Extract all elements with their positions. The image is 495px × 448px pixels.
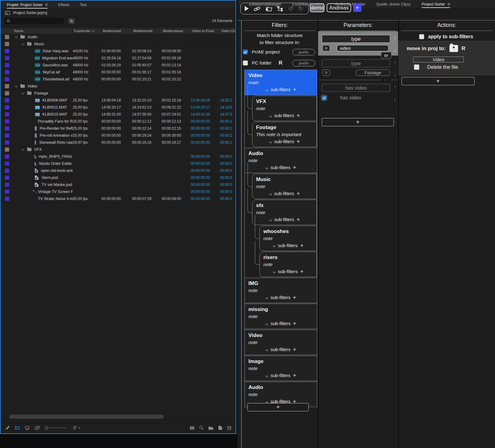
move-down-icon[interactable]: ↓ — [394, 72, 396, 77]
parameter-name-dropdown[interactable]: has video — [322, 84, 390, 92]
parameter-name-dropdown[interactable]: type — [322, 35, 390, 43]
column-header-label[interactable] — [1, 28, 13, 34]
move-up-icon[interactable]: ↑ — [394, 60, 396, 65]
move-down-icon[interactable]: ↓ — [394, 48, 396, 52]
move-up-icon[interactable]: ↑ — [394, 84, 396, 89]
name-cell[interactable]: open-old-book-anti — [13, 168, 73, 173]
label-color-swatch[interactable] — [5, 197, 9, 201]
parameter-value-input[interactable]: video — [337, 45, 389, 51]
subfilters-chevron-icon[interactable] — [266, 88, 269, 91]
subfilters-chevron-icon[interactable] — [266, 400, 269, 403]
name-cell[interactable]: Piccadilly Fans for R — [13, 119, 73, 124]
icon-view-icon[interactable] — [25, 426, 30, 430]
name-cell[interactable]: Video — [13, 84, 73, 88]
name-cell[interactable]: Solar Harp.wav — [13, 49, 73, 53]
table-row[interactable]: Thunderbeat.aif48000 Hz00:00:00:0000:02:… — [1, 76, 236, 83]
tab-sorter-4[interactable]: Project Sorter☰ — [422, 0, 450, 8]
edit-pencil-icon[interactable] — [6, 426, 10, 430]
label-color-swatch[interactable] — [5, 183, 9, 187]
label-color-swatch[interactable] — [5, 154, 9, 159]
run-sorter-icon[interactable] — [245, 6, 249, 11]
or-operator-badge[interactable]: or — [381, 52, 391, 58]
table-row[interactable]: Piccadilly Fans for R25,00 fps00:00:00:0… — [1, 118, 236, 125]
parameter-name-dropdown[interactable]: type — [322, 59, 390, 67]
label-color-swatch[interactable] — [5, 119, 9, 124]
name-cell[interactable]: mptv_RHPS_FINAL — [13, 154, 73, 159]
label-color-swatch[interactable] — [5, 56, 9, 60]
subfilters-chevron-icon[interactable] — [269, 114, 272, 117]
parameter-block-2[interactable]: has videohas video↑↓ — [318, 80, 398, 105]
pc-prefix-button[interactable]: prefix — [292, 60, 315, 66]
name-cell[interactable]: Stonewall Riots raw — [13, 140, 73, 145]
label-color-swatch[interactable] — [5, 190, 9, 194]
add-subfilter-button[interactable]: + — [296, 217, 300, 222]
filter-card-audio[interactable]: Audionotesub-filters+ — [245, 148, 317, 173]
label-color-swatch[interactable] — [5, 63, 9, 67]
parameter-block-1[interactable]: type=Footage↑↓ — [318, 55, 398, 80]
label-color-swatch[interactable] — [5, 147, 9, 152]
table-row[interactable]: Stonewall Riots raw29,97 fps00;00;00;000… — [1, 139, 236, 146]
filter-card-sfx[interactable]: sfxnotesub-filters+ — [252, 200, 317, 225]
table-row[interactable]: TV Stratic Noise 4.m30,00 fps00:00:00:00… — [1, 195, 236, 202]
add-preset-button[interactable]: + — [353, 4, 361, 12]
filter-card-whooshes[interactable]: whooshesnotesub-filters+ — [259, 226, 317, 251]
filter-card-image[interactable]: Imagenotesub-filters+ — [245, 356, 317, 381]
label-color-swatch[interactable] — [5, 49, 9, 53]
label-color-swatch[interactable] — [5, 35, 9, 39]
label-color-swatch[interactable] — [5, 70, 9, 74]
filter-card-video[interactable]: Videonotesub-filters+ — [245, 330, 317, 355]
label-color-swatch[interactable] — [5, 84, 9, 88]
collect-files-icon[interactable] — [266, 6, 272, 11]
column-header-medienstart[interactable]: Medienstart — [101, 28, 132, 34]
table-row[interactable]: SkyCar.aif48000 Hz00:00:00:0000:01:05:17… — [1, 69, 236, 76]
label-color-swatch[interactable] — [5, 168, 9, 173]
name-cell[interactable]: KLB0015.MXF — [13, 112, 73, 117]
redo-icon[interactable]: ↻ — [298, 6, 303, 12]
new-item-icon[interactable] — [218, 426, 222, 430]
table-row[interactable]: Pre-roll Animation v25,00 fps00:00:00:00… — [1, 132, 236, 139]
table-row[interactable]: Pre-Render for Refl25,00 fps00:00:00:000… — [1, 125, 236, 132]
name-cell[interactable]: Migration End.wav — [13, 56, 73, 60]
subfilters-chevron-icon[interactable] — [266, 322, 269, 325]
delete-icon[interactable] — [227, 426, 231, 430]
tab-sorter-3[interactable]: Quelle: (keine Clips) — [376, 0, 411, 8]
has-video-checkbox[interactable] — [322, 95, 327, 100]
search-input[interactable] — [5, 18, 64, 24]
name-cell[interactable]: Thunderbeat.aif — [13, 77, 73, 81]
add-filter-button[interactable]: + — [248, 403, 309, 411]
sort-menu-icon[interactable] — [73, 426, 81, 430]
table-row[interactable]: Migration End.wav48000 Hz02:25:54:1802:2… — [1, 55, 236, 62]
table-row[interactable]: TV set Maske.psd00:00:00:0000:00:0 — [1, 181, 236, 188]
column-header-medienende[interactable]: Medienende — [132, 28, 162, 34]
name-cell[interactable]: Pre-roll Animation v — [13, 133, 73, 138]
column-header-framerate[interactable]: Framerate — [73, 28, 101, 34]
table-row[interactable]: Video — [1, 83, 236, 90]
filter-card-vfx[interactable]: VFXnotesub-filters+ — [252, 96, 317, 121]
search-in-bin-button[interactable] — [68, 18, 75, 24]
add-subfilter-button[interactable]: + — [300, 243, 303, 248]
tab-project-1[interactable]: Effekte — [58, 1, 69, 9]
subfilters-chevron-icon[interactable] — [269, 192, 272, 195]
add-subfilter-button[interactable]: + — [293, 165, 296, 170]
subfilters-chevron-icon[interactable] — [266, 348, 269, 351]
name-cell[interactable]: SkyCar.aif — [13, 70, 73, 74]
name-cell[interactable]: VFX — [13, 147, 73, 152]
name-cell[interactable]: Footage — [13, 91, 73, 95]
label-color-swatch[interactable] — [5, 140, 9, 145]
zoom-slider[interactable] — [45, 426, 68, 430]
label-color-swatch[interactable] — [5, 42, 9, 46]
tree-structure-icon[interactable] — [277, 6, 283, 11]
subfilters-chevron-icon[interactable] — [269, 140, 272, 143]
table-row[interactable]: Footage — [1, 90, 236, 97]
label-color-swatch[interactable] — [5, 126, 9, 131]
horizontal-scrollbar[interactable] — [9, 415, 164, 419]
table-row[interactable]: Sausolitos.wav48000 Hz01:03:26:1901:05:4… — [1, 62, 236, 69]
delete-file-checkbox[interactable] — [414, 65, 419, 70]
preset-button-demo[interactable]: demo — [310, 3, 324, 12]
name-cell[interactable]: Mystic Order Eddie. — [13, 161, 73, 166]
label-color-swatch[interactable] — [5, 77, 9, 81]
preset-button-andreas[interactable]: Andreas — [327, 3, 351, 12]
table-row[interactable]: open-old-book-anti00:00:00:0000:00:0 — [1, 167, 236, 174]
apply-to-subfilters-checkbox[interactable] — [419, 34, 424, 39]
name-cell[interactable]: TV set Maske.psd — [13, 183, 73, 187]
